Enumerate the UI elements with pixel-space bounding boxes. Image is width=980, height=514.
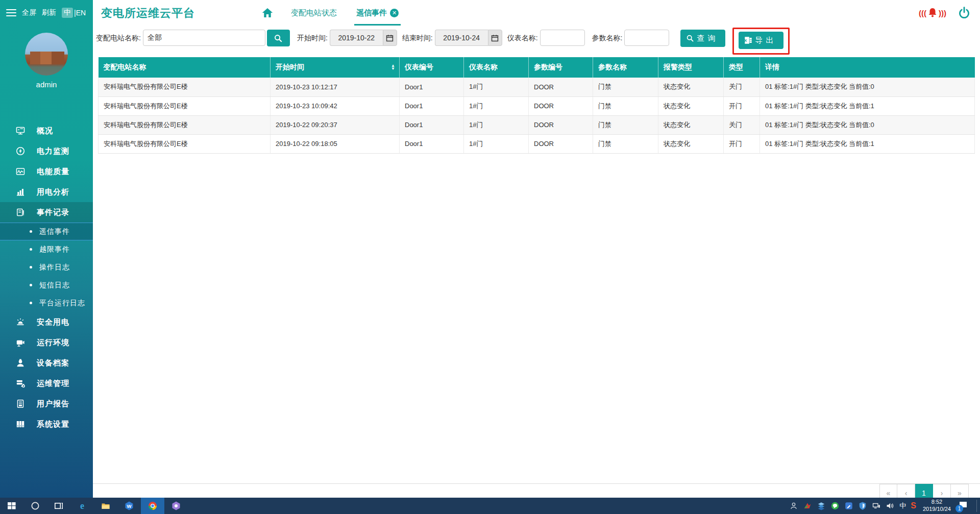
home-icon[interactable] xyxy=(261,7,274,19)
table-cell: 门禁 xyxy=(593,78,658,96)
table-row[interactable]: 安科瑞电气股份有限公司E楼2019-10-22 09:20:37Door11#门… xyxy=(99,115,975,134)
table-cell: 状态变化 xyxy=(658,134,724,153)
excel-icon: X xyxy=(744,36,753,45)
tab-active[interactable]: 遥信事件✕ xyxy=(354,0,401,26)
shield-icon[interactable] xyxy=(858,501,867,510)
sidebar-item[interactable]: 运维管理 xyxy=(0,373,93,394)
layers-icon[interactable] xyxy=(817,501,826,510)
table-cell: DOOR xyxy=(529,96,593,115)
sidebar-item[interactable]: 用电分析 xyxy=(0,182,93,202)
search-icon xyxy=(273,33,283,43)
table-row[interactable]: 安科瑞电气股份有限公司E楼2019-10-22 09:18:05Door11#门… xyxy=(99,134,975,153)
hamburger-menu-icon[interactable] xyxy=(6,9,16,16)
network-icon[interactable] xyxy=(872,501,881,510)
lang-zh[interactable]: 中 xyxy=(62,8,73,18)
column-header[interactable]: 详情 xyxy=(760,57,975,78)
table-row[interactable]: 安科瑞电气股份有限公司E楼2019-10-23 10:12:17Door11#门… xyxy=(99,78,975,96)
cortana-icon[interactable] xyxy=(23,498,47,514)
param-name-input[interactable] xyxy=(624,30,669,46)
column-header[interactable]: 开始时间▲▼ xyxy=(271,57,400,78)
station-search-button[interactable] xyxy=(267,30,290,46)
chat-icon[interactable] xyxy=(830,501,840,510)
alarm-bell-icon[interactable]: ((( ))) xyxy=(919,7,946,19)
table-cell: 门禁 xyxy=(593,115,658,134)
table-cell: 1#门 xyxy=(464,78,529,96)
sidebar-item[interactable]: 电力监测 xyxy=(0,141,93,161)
show-desktop-divider[interactable] xyxy=(976,500,977,512)
refresh-button[interactable]: 刷新 xyxy=(42,8,56,17)
sidebar-subitem[interactable]: 遥信事件 xyxy=(0,223,93,240)
table-cell: 2019-10-22 09:20:37 xyxy=(271,115,400,134)
wps-icon[interactable]: W xyxy=(117,498,141,514)
table-cell: 1#门 xyxy=(464,96,529,115)
notification-badge: 1 xyxy=(955,505,963,512)
sort-icon[interactable]: ▲▼ xyxy=(391,64,395,70)
station-input[interactable] xyxy=(143,30,265,46)
edge-icon[interactable]: e xyxy=(70,498,94,514)
sidebar-item[interactable]: 运行环境 xyxy=(0,332,93,353)
column-header[interactable]: 报警类型 xyxy=(658,57,724,78)
power-off-icon[interactable] xyxy=(958,6,971,19)
start-date-input[interactable] xyxy=(330,30,383,46)
sidebar-item[interactable]: 安全用电 xyxy=(0,312,93,332)
event-record-icon xyxy=(15,207,26,217)
end-calendar-button[interactable] xyxy=(488,30,502,46)
sidebar-item[interactable]: 概况 xyxy=(0,120,93,141)
column-header[interactable]: 参数编号 xyxy=(529,57,593,78)
column-header[interactable]: 变配电站名称 xyxy=(99,57,271,78)
taskbar-clock[interactable]: 8:52 2019/10/24 xyxy=(921,499,953,513)
sidebar-subitem[interactable]: 操作日志 xyxy=(0,258,93,276)
sogou-input-icon[interactable]: S xyxy=(911,501,916,510)
table-row[interactable]: 安科瑞电气股份有限公司E楼2019-10-23 10:09:42Door11#门… xyxy=(99,96,975,115)
flag-icon[interactable] xyxy=(803,501,812,510)
action-center-icon[interactable]: 1 xyxy=(958,500,971,511)
column-header[interactable]: 仪表名称 xyxy=(464,57,529,78)
explorer-icon[interactable] xyxy=(94,498,117,514)
sidebar-item[interactable]: 系统设置 xyxy=(0,414,93,434)
close-icon[interactable]: ✕ xyxy=(390,9,399,17)
table-cell: 01 标签:1#门 类型:状态变化 当前值:1 xyxy=(760,96,975,115)
pen-icon[interactable] xyxy=(844,501,853,510)
contacts-icon[interactable] xyxy=(789,501,798,510)
end-date-input[interactable] xyxy=(435,30,488,46)
taskbar-apps: eW xyxy=(0,498,188,514)
column-header[interactable]: 参数名称 xyxy=(593,57,658,78)
ime-indicator[interactable]: 中 xyxy=(899,501,906,510)
fullscreen-button[interactable]: 全屏 xyxy=(22,8,36,17)
sidebar-item[interactable]: 设备档案 xyxy=(0,353,93,373)
sidebar-subitem[interactable]: 平台运行日志 xyxy=(0,294,93,312)
volume-icon[interactable] xyxy=(886,501,895,510)
table-cell: 门禁 xyxy=(593,134,658,153)
chrome-icon[interactable] xyxy=(141,498,164,514)
sidebar-item[interactable]: 事件记录 xyxy=(0,202,93,223)
end-date-group xyxy=(435,30,502,46)
end-time-label: 结束时间: xyxy=(402,30,433,46)
table-cell: 2019-10-22 09:18:05 xyxy=(271,134,400,153)
column-header[interactable]: 仪表编号 xyxy=(400,57,464,78)
tab-0[interactable]: 变配电站状态 xyxy=(289,0,339,26)
table-cell: 状态变化 xyxy=(658,96,724,115)
calendar-icon xyxy=(385,34,394,42)
lang-en[interactable]: |EN xyxy=(74,9,86,17)
svg-text:W: W xyxy=(127,503,132,509)
sidebar-subitem[interactable]: 越限事件 xyxy=(0,240,93,258)
taskview-icon[interactable] xyxy=(47,498,70,514)
overview-icon xyxy=(15,126,26,136)
language-toggle[interactable]: 中|EN xyxy=(62,8,86,18)
sidebar-item[interactable]: 用户报告 xyxy=(0,394,93,414)
start-calendar-button[interactable] xyxy=(383,30,397,46)
svg-text:e: e xyxy=(80,501,84,511)
safety-icon xyxy=(15,317,26,327)
table-cell: 关门 xyxy=(724,115,760,134)
photos-icon[interactable] xyxy=(164,498,188,514)
table-cell: 2019-10-23 10:12:17 xyxy=(271,78,400,96)
sidebar-subitem[interactable]: 短信日志 xyxy=(0,276,93,294)
start-icon[interactable] xyxy=(0,498,23,514)
meter-name-input[interactable] xyxy=(540,30,585,46)
sidebar-item[interactable]: 电能质量 xyxy=(0,161,93,182)
export-button[interactable]: X 导出 xyxy=(739,32,783,49)
query-button[interactable]: 查询 xyxy=(680,30,725,47)
app-header: 变电所运维云平台 变配电站状态遥信事件✕ ((( ))) xyxy=(93,0,980,26)
column-header[interactable]: 类型 xyxy=(724,57,760,78)
calendar-icon xyxy=(491,34,499,42)
